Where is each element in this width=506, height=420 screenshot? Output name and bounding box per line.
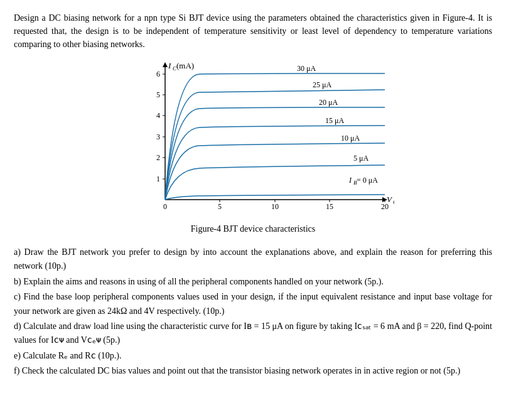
svg-text:CE: CE — [393, 199, 394, 205]
question-d: d) Calculate and draw load line using th… — [14, 320, 492, 348]
svg-text:10 μA: 10 μA — [341, 134, 360, 143]
svg-text:2: 2 — [156, 153, 160, 162]
svg-text:30 μA: 30 μA — [297, 64, 316, 73]
svg-text:5: 5 — [218, 202, 222, 211]
graph-area: I C (mA) V CE 1 2 3 4 5 6 0 5 — [131, 58, 394, 222]
intro-paragraph: Design a DC biasing network for a npn ty… — [14, 11, 492, 51]
question-a: a) Draw the BJT network you prefer to de… — [14, 245, 492, 274]
figure-caption: Figure-4 BJT device characteristics — [191, 224, 315, 234]
svg-text:4: 4 — [156, 111, 160, 120]
svg-text:15 μA: 15 μA — [325, 116, 344, 125]
svg-text:0: 0 — [163, 202, 167, 211]
svg-marker-1 — [163, 62, 168, 67]
question-f: f) Check the calculated DC bias values a… — [14, 364, 492, 378]
svg-text:25 μA: 25 μA — [313, 80, 331, 89]
svg-text:1: 1 — [156, 175, 160, 183]
svg-text:I: I — [348, 176, 352, 185]
svg-text:20: 20 — [381, 202, 389, 211]
bjt-chart: I C (mA) V CE 1 2 3 4 5 6 0 5 — [131, 58, 394, 222]
svg-text:10: 10 — [271, 202, 279, 211]
question-c: c) Find the base loop peripheral compone… — [14, 290, 492, 318]
question-b: b) Explain the aims and reasons in using… — [14, 275, 492, 289]
svg-text:6: 6 — [156, 70, 160, 78]
svg-text:= 0 μA: = 0 μA — [357, 176, 378, 185]
svg-text:3: 3 — [156, 132, 160, 141]
svg-text:(mA): (mA) — [176, 61, 194, 70]
svg-text:20 μA: 20 μA — [319, 98, 338, 107]
figure-container: I C (mA) V CE 1 2 3 4 5 6 0 5 — [14, 58, 492, 240]
svg-text:5 μA: 5 μA — [353, 154, 369, 163]
question-e: e) Calculate Rₑ and Rᴄ (10p.). — [14, 349, 492, 363]
svg-text:5: 5 — [156, 90, 160, 99]
svg-text:I: I — [168, 61, 171, 70]
questions-section: a) Draw the BJT network you prefer to de… — [14, 245, 492, 379]
svg-text:15: 15 — [326, 202, 333, 211]
intro-text: Design a DC biasing network for a npn ty… — [14, 11, 492, 51]
